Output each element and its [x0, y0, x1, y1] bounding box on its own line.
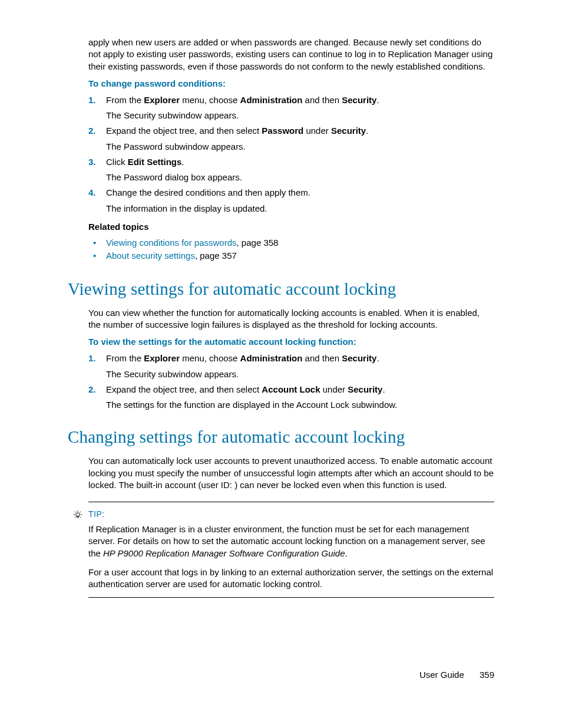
tip-paragraph: If Replication Manager is in a cluster e… — [88, 523, 494, 559]
step-number: 2. — [88, 125, 106, 153]
related-link[interactable]: Viewing conditions for passwords — [106, 238, 237, 248]
related-topics-list: • Viewing conditions for passwords, page… — [88, 236, 494, 263]
section-heading-changing: Changing settings for automatic account … — [68, 427, 494, 447]
intro-paragraph: apply when new users are added or when p… — [88, 37, 494, 73]
step-body: From the Explorer menu, choose Administr… — [106, 94, 494, 122]
page: apply when new users are added or when p… — [0, 0, 562, 728]
step-result: The Password dialog box appears. — [106, 172, 494, 183]
svg-line-8 — [80, 517, 81, 518]
divider — [88, 502, 494, 502]
tip-label: TIP: — [88, 509, 494, 519]
step-number: 2. — [88, 384, 106, 411]
tip-doc-title: HP P9000 Replication Manager Software Co… — [103, 548, 345, 558]
related-topics-heading: Related topics — [88, 222, 494, 232]
list-item: 3. Click Edit Settings. The Password dia… — [88, 156, 494, 184]
step-body: Expand the object tree, and then select … — [106, 384, 494, 411]
procedure-list: 1. From the Explorer menu, choose Admini… — [88, 94, 494, 215]
step-body: From the Explorer menu, choose Administr… — [106, 353, 494, 380]
bullet-icon: • — [88, 236, 106, 250]
step-result: The Security subwindow appears. — [106, 110, 494, 121]
procedure-list: 1. From the Explorer menu, choose Admini… — [88, 353, 494, 411]
list-item: 2. Expand the object tree, and then sele… — [88, 384, 494, 411]
list-item: 2. Expand the object tree, and then sele… — [88, 125, 494, 153]
list-item: 1. From the Explorer menu, choose Admini… — [88, 94, 494, 122]
bullet-icon: • — [88, 249, 106, 263]
step-result: The settings for the function are displa… — [106, 399, 494, 411]
section-heading-viewing: Viewing settings for automatic account l… — [68, 279, 494, 299]
step-result: The Password subwindow appears. — [106, 141, 494, 153]
tip-paragraph: For a user account that logs in by linki… — [88, 566, 494, 591]
step-number: 3. — [88, 156, 106, 184]
svg-line-7 — [75, 517, 76, 518]
step-result: The information in the display is update… — [106, 203, 494, 215]
procedure-heading: To view the settings for the automatic a… — [88, 337, 494, 347]
step-number: 1. — [88, 353, 106, 380]
footer-label: User Guide — [419, 670, 464, 680]
step-number: 1. — [88, 94, 106, 122]
intro-section: apply when new users are added or when p… — [68, 37, 494, 263]
step-body: Change the desired conditions and then a… — [106, 187, 494, 215]
section-paragraph: You can view whether the function for au… — [88, 307, 494, 331]
section-changing: You can automatically lock user accounts… — [68, 455, 494, 491]
page-footer: User Guide 359 — [419, 670, 494, 680]
page-number: 359 — [480, 670, 494, 680]
step-result: The Security subwindow appears. — [106, 368, 494, 380]
tip-block: TIP: If Replication Manager is in a clus… — [68, 502, 494, 598]
section-paragraph: You can automatically lock user accounts… — [88, 455, 494, 491]
list-item: • Viewing conditions for passwords, page… — [88, 236, 494, 250]
section-viewing: You can view whether the function for au… — [68, 307, 494, 411]
list-item: 4. Change the desired conditions and the… — [88, 187, 494, 215]
list-item: 1. From the Explorer menu, choose Admini… — [88, 353, 494, 380]
tip-row: TIP: — [88, 509, 494, 519]
step-body: Expand the object tree, and then select … — [106, 125, 494, 153]
step-number: 4. — [88, 187, 106, 215]
tip-icon — [72, 510, 84, 519]
step-body: Click Edit Settings. The Password dialog… — [106, 156, 494, 184]
divider — [88, 597, 494, 598]
procedure-heading: To change password conditions: — [88, 78, 494, 88]
svg-line-6 — [80, 512, 81, 513]
related-link[interactable]: About security settings — [106, 251, 195, 261]
list-item: • About security settings, page 357 — [88, 249, 494, 263]
svg-line-5 — [75, 512, 76, 513]
